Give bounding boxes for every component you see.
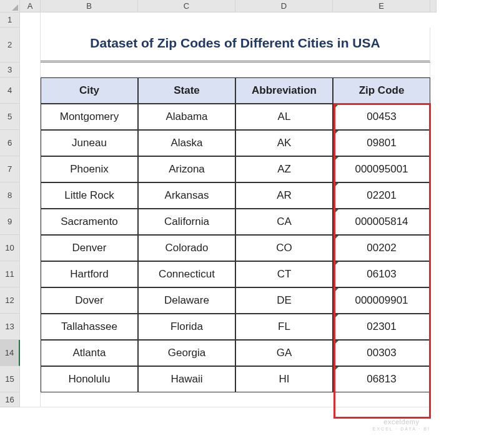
watermark-main: exceldemy xyxy=(373,418,430,426)
cell-city[interactable]: Phoenix xyxy=(41,156,138,182)
watermark: exceldemy EXCEL · DATA · BI xyxy=(373,418,430,432)
cell-city[interactable]: Hartford xyxy=(41,261,138,287)
cell-zip[interactable]: 000009901 xyxy=(333,287,430,314)
cell-state[interactable]: Alaska xyxy=(138,130,235,156)
row-header-14[interactable]: 14 xyxy=(0,340,20,366)
cell-zip[interactable]: 06103 xyxy=(333,261,430,287)
cell-city[interactable]: Honolulu xyxy=(41,366,138,392)
cell-state[interactable]: California xyxy=(138,209,235,235)
cell-city[interactable]: Tallahassee xyxy=(41,314,138,340)
row-header-10[interactable]: 10 xyxy=(0,235,20,261)
cell-city[interactable]: Sacramento xyxy=(41,209,138,235)
cell-city[interactable]: Atlanta xyxy=(41,340,138,366)
cell-abbr[interactable]: GA xyxy=(235,340,333,366)
col-header-blank xyxy=(430,0,437,12)
cell-state[interactable]: Connecticut xyxy=(138,261,235,287)
row-header-6[interactable]: 6 xyxy=(0,130,20,156)
row-header-16[interactable]: 16 xyxy=(0,392,20,407)
cell-city[interactable]: Dover xyxy=(41,287,138,314)
cell-city[interactable]: Little Rock xyxy=(41,182,138,209)
blank-row-3[interactable] xyxy=(41,62,430,77)
cell-abbr[interactable]: AL xyxy=(235,104,333,130)
cell-zip[interactable]: 00303 xyxy=(333,340,430,366)
col-header-C[interactable]: C xyxy=(138,0,235,12)
row-header-7[interactable]: 7 xyxy=(0,156,20,182)
watermark-sub: EXCEL · DATA · BI xyxy=(373,427,430,432)
cell-state[interactable]: Hawaii xyxy=(138,366,235,392)
row-header-3[interactable]: 3 xyxy=(0,62,20,77)
row-header-12[interactable]: 12 xyxy=(0,287,20,314)
cell-zip[interactable]: 06813 xyxy=(333,366,430,392)
cell-zip[interactable]: 09801 xyxy=(333,130,430,156)
row-header-15[interactable]: 15 xyxy=(0,366,20,392)
row-header-13[interactable]: 13 xyxy=(0,314,20,340)
cell-state[interactable]: Georgia xyxy=(138,340,235,366)
col-header-B[interactable]: B xyxy=(41,0,138,12)
blank-row-16[interactable] xyxy=(41,392,430,407)
cell-abbr[interactable]: DE xyxy=(235,287,333,314)
cell-city[interactable]: Montgomery xyxy=(41,104,138,130)
cell-zip[interactable]: 000095001 xyxy=(333,156,430,182)
cell-zip[interactable]: 00453 xyxy=(333,104,430,130)
cell-zip[interactable]: 00202 xyxy=(333,235,430,261)
cell-abbr[interactable]: CT xyxy=(235,261,333,287)
row-header-4[interactable]: 4 xyxy=(0,77,20,104)
row-header-9[interactable]: 9 xyxy=(0,209,20,235)
row-header-5[interactable]: 5 xyxy=(0,104,20,130)
header-zip[interactable]: Zip Code xyxy=(333,77,430,104)
col-header-E[interactable]: E xyxy=(333,0,430,12)
select-all-corner[interactable] xyxy=(0,0,20,12)
cell-abbr[interactable]: FL xyxy=(235,314,333,340)
row-header-8[interactable]: 8 xyxy=(0,182,20,209)
cell-state[interactable]: Colorado xyxy=(138,235,235,261)
cell-abbr[interactable]: AZ xyxy=(235,156,333,182)
dataset-title[interactable]: Dataset of Zip Codes of Different Cities… xyxy=(41,27,430,62)
cell-city[interactable]: Juneau xyxy=(41,130,138,156)
header-abbr[interactable]: Abbreviation xyxy=(235,77,333,104)
col-a-blank[interactable] xyxy=(20,12,41,407)
cell-state[interactable]: Delaware xyxy=(138,287,235,314)
cell-abbr[interactable]: AK xyxy=(235,130,333,156)
header-city[interactable]: City xyxy=(41,77,138,104)
cell-state[interactable]: Alabama xyxy=(138,104,235,130)
col-header-D[interactable]: D xyxy=(235,0,333,12)
cell-state[interactable]: Arizona xyxy=(138,156,235,182)
header-state[interactable]: State xyxy=(138,77,235,104)
cell-abbr[interactable]: CO xyxy=(235,235,333,261)
col-header-A[interactable]: A xyxy=(20,0,41,12)
cell-zip[interactable]: 000005814 xyxy=(333,209,430,235)
row-header-1[interactable]: 1 xyxy=(0,12,20,27)
row-header-11[interactable]: 11 xyxy=(0,261,20,287)
cell-state[interactable]: Arkansas xyxy=(138,182,235,209)
cell-abbr[interactable]: AR xyxy=(235,182,333,209)
spreadsheet-grid: A B C D E 1 2 3 4 5 6 7 8 9 10 11 12 13 … xyxy=(0,0,437,407)
row-header-2[interactable]: 2 xyxy=(0,27,20,62)
cell-zip[interactable]: 02201 xyxy=(333,182,430,209)
cell-state[interactable]: Florida xyxy=(138,314,235,340)
cell-abbr[interactable]: HI xyxy=(235,366,333,392)
cell-city[interactable]: Denver xyxy=(41,235,138,261)
cell-zip[interactable]: 02301 xyxy=(333,314,430,340)
cell-abbr[interactable]: CA xyxy=(235,209,333,235)
